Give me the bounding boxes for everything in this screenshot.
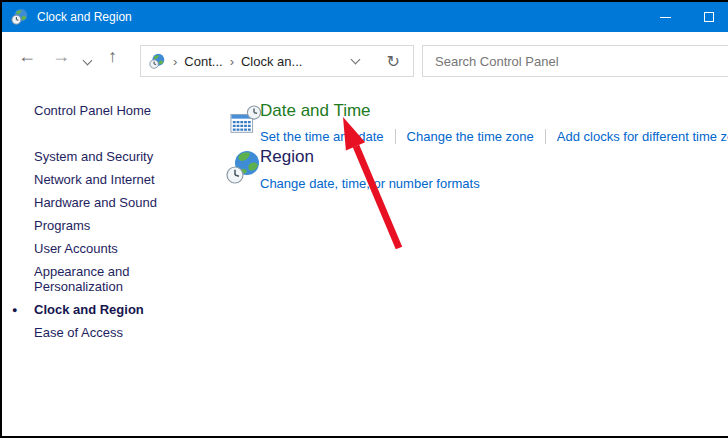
date-and-time-links: Set the time and date Change the time zo…	[260, 129, 728, 144]
sidebar-item-ease-of-access[interactable]: Ease of Access	[34, 325, 189, 340]
sidebar: Control Panel Home System and Security N…	[2, 86, 222, 348]
back-button[interactable]: ←	[18, 47, 36, 65]
control-panel-window: Clock and Region ← → ↑ › Cont... › Clock	[0, 0, 728, 438]
active-item-bullet-icon: ●	[12, 303, 17, 318]
region-links: Change date, time, or number formats	[260, 176, 480, 191]
sidebar-item-control-panel-home[interactable]: Control Panel Home	[34, 103, 189, 118]
change-time-zone-link[interactable]: Change the time zone	[407, 129, 534, 144]
up-button[interactable]: ↑	[108, 47, 117, 65]
maximize-icon	[704, 12, 714, 22]
search-input[interactable]	[422, 45, 728, 77]
change-formats-link[interactable]: Change date, time, or number formats	[260, 176, 480, 191]
refresh-icon[interactable]: ↻	[387, 52, 400, 71]
add-clocks-link[interactable]: Add clocks for different time zones	[557, 129, 728, 144]
breadcrumb-separator-icon: ›	[173, 54, 177, 69]
maximize-button[interactable]	[687, 2, 728, 32]
forward-button[interactable]: →	[52, 47, 70, 65]
link-separator	[545, 129, 546, 144]
breadcrumb-clock-region-icon	[149, 53, 166, 70]
titlebar: Clock and Region	[2, 2, 728, 32]
sidebar-item-label: Clock and Region	[34, 302, 144, 317]
breadcrumb-bar[interactable]: › Cont... › Clock an... ↻	[140, 45, 414, 77]
window-title: Clock and Region	[37, 10, 132, 24]
sidebar-item-system-and-security[interactable]: System and Security	[34, 149, 189, 164]
sidebar-item-programs[interactable]: Programs	[34, 218, 189, 233]
sidebar-item-appearance-and-personalization[interactable]: Appearance and Personalization	[34, 264, 189, 294]
calendar-clock-icon	[230, 105, 262, 137]
clock-region-app-icon	[11, 8, 29, 26]
globe-clock-icon	[226, 149, 262, 185]
minimize-icon	[660, 17, 671, 18]
sidebar-item-clock-and-region[interactable]: ● Clock and Region	[34, 302, 189, 317]
date-and-time-heading[interactable]: Date and Time	[260, 101, 371, 121]
sidebar-item-hardware-and-sound[interactable]: Hardware and Sound	[34, 195, 189, 210]
recent-pages-dropdown[interactable]	[83, 56, 93, 66]
breadcrumb-control-panel[interactable]: Cont...	[184, 54, 222, 69]
navigation-toolbar: ← → ↑ › Cont... › Clock an... ↻	[2, 32, 728, 86]
address-dropdown-icon[interactable]	[350, 55, 360, 65]
minimize-button[interactable]	[643, 2, 687, 32]
breadcrumb-separator-icon: ›	[230, 54, 234, 69]
set-time-and-date-link[interactable]: Set the time and date	[260, 129, 384, 144]
region-heading[interactable]: Region	[260, 147, 314, 167]
link-separator	[395, 129, 396, 144]
sidebar-item-network-and-internet[interactable]: Network and Internet	[34, 172, 189, 187]
breadcrumb-clock-and-region[interactable]: Clock an...	[241, 54, 302, 69]
sidebar-item-user-accounts[interactable]: User Accounts	[34, 241, 189, 256]
